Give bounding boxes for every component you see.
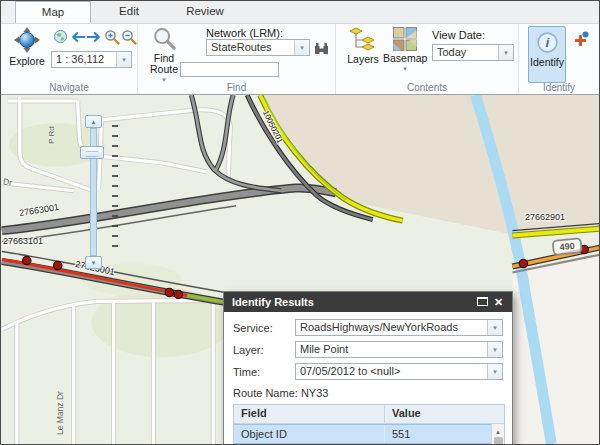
zoom-out-icon bbox=[121, 29, 137, 45]
explore-label: Explore bbox=[4, 56, 50, 67]
slider-zoom-in-button[interactable] bbox=[85, 115, 102, 128]
basemap-label: Basemap bbox=[383, 53, 427, 64]
dropdown-arrow-icon[interactable] bbox=[487, 320, 502, 335]
street-label-le-manz-dr: Le Manz Dr bbox=[55, 391, 65, 435]
scale-combobox[interactable]: 1 : 36,112 bbox=[51, 51, 132, 68]
fixed-zoom-out-button[interactable] bbox=[120, 28, 137, 45]
layer-value: Mile Point bbox=[296, 342, 487, 357]
app-window: Map Edit Review Explore bbox=[0, 0, 600, 445]
column-header-field[interactable]: Field bbox=[234, 405, 384, 423]
time-label: Time: bbox=[233, 366, 295, 378]
dialog-body: Service: RoadsHighways/NewYorkRoads Laye… bbox=[224, 312, 512, 444]
layer-label: Layer: bbox=[233, 344, 295, 356]
attribute-table: Field Value Object ID 551 From Date 7/5/… bbox=[233, 404, 505, 444]
group-label-contents: Contents bbox=[336, 82, 518, 93]
service-value: RoadsHighways/NewYorkRoads bbox=[296, 320, 487, 335]
tab-map[interactable]: Map bbox=[15, 1, 91, 23]
table-row[interactable]: Object ID 551 bbox=[234, 424, 504, 444]
route-label-27662901: 27662901 bbox=[525, 212, 565, 222]
slider-handle[interactable] bbox=[80, 146, 104, 159]
table-scrollbar[interactable] bbox=[491, 424, 504, 444]
identify-button-label: Identify bbox=[529, 56, 565, 68]
dropdown-arrow-icon[interactable] bbox=[116, 52, 131, 67]
layer-combobox[interactable]: Mile Point bbox=[295, 341, 503, 358]
route-shield: 490 bbox=[553, 238, 582, 255]
svg-text:490: 490 bbox=[559, 241, 575, 253]
slider-zoom-out-button[interactable] bbox=[85, 256, 102, 269]
dialog-title: Identify Results bbox=[232, 292, 477, 312]
dropdown-arrow-icon[interactable] bbox=[487, 342, 502, 357]
basemap-tiles-icon bbox=[393, 27, 417, 51]
group-label-identify: Identify bbox=[519, 82, 599, 93]
column-header-value[interactable]: Value bbox=[384, 405, 491, 423]
group-label-navigate: Navigate bbox=[1, 82, 137, 93]
svg-text:i: i bbox=[545, 35, 549, 50]
time-combobox[interactable]: 07/05/2012 to <null> bbox=[295, 363, 503, 380]
close-icon[interactable] bbox=[494, 292, 506, 312]
time-value: 07/05/2012 to <null> bbox=[296, 364, 487, 379]
ribbon-tab-strip: Map Edit Review bbox=[1, 1, 599, 24]
binoculars-search-button[interactable] bbox=[313, 39, 330, 56]
previous-extent-button[interactable] bbox=[69, 28, 86, 45]
dropdown-arrow-icon[interactable] bbox=[487, 364, 502, 379]
ribbon-group-contents: Layers Basemap View Date: Today bbox=[336, 24, 519, 94]
dropdown-arrow-icon[interactable] bbox=[498, 45, 513, 60]
binoculars-icon bbox=[313, 41, 330, 55]
identify-button[interactable]: i Identify bbox=[528, 26, 566, 83]
layers-label: Layers bbox=[344, 54, 382, 65]
identify-results-dialog: Identify Results Service: RoadsHighways/… bbox=[223, 291, 513, 444]
route-name-row: Route Name: NY33 bbox=[233, 385, 503, 404]
explore-compass-icon bbox=[14, 27, 40, 54]
layers-toc-icon bbox=[350, 27, 376, 52]
street-label-dr: Dr bbox=[2, 176, 12, 187]
route-label-27663101: 27663101 bbox=[3, 236, 43, 246]
zoom-in-icon bbox=[104, 29, 120, 45]
globe-icon bbox=[53, 29, 68, 44]
map-canvas[interactable]: 490 27663001 27663101 27125001 27662901 … bbox=[1, 95, 599, 444]
service-label: Service: bbox=[233, 322, 295, 334]
dropdown-arrow-icon[interactable] bbox=[294, 40, 309, 55]
ribbon: Explore bbox=[1, 24, 599, 95]
layers-button[interactable]: Layers bbox=[344, 27, 382, 65]
fixed-zoom-in-button[interactable] bbox=[103, 28, 120, 45]
magnifier-icon bbox=[152, 26, 177, 51]
street-label-p-rd: P Rd bbox=[47, 126, 56, 144]
network-value: StateRoutes bbox=[207, 40, 294, 55]
explore-button[interactable]: Explore bbox=[4, 27, 50, 67]
tab-review[interactable]: Review bbox=[167, 1, 243, 23]
scroll-up-icon[interactable] bbox=[492, 424, 504, 435]
scale-value: 1 : 36,112 bbox=[52, 52, 116, 67]
identify-info-icon: i bbox=[536, 31, 559, 54]
route-search-input[interactable] bbox=[180, 62, 279, 77]
group-label-find: Find bbox=[138, 82, 335, 93]
network-combobox[interactable]: StateRoutes bbox=[206, 39, 310, 56]
identify-route-locations-button[interactable] bbox=[572, 30, 589, 47]
next-extent-button[interactable] bbox=[86, 28, 103, 45]
service-combobox[interactable]: RoadsHighways/NewYorkRoads bbox=[295, 319, 503, 336]
ribbon-group-navigate: Explore bbox=[1, 24, 138, 94]
navigate-icon-row bbox=[52, 28, 137, 45]
view-date-label: View Date: bbox=[432, 29, 485, 41]
full-extent-button[interactable] bbox=[52, 28, 69, 45]
ribbon-group-identify: i Identify Identify bbox=[519, 24, 599, 94]
maximize-icon[interactable] bbox=[477, 297, 488, 306]
scrollbar-thumb[interactable] bbox=[494, 437, 503, 444]
route-name-value: NY33 bbox=[301, 387, 329, 399]
arrow-right-icon bbox=[86, 30, 103, 44]
table-header-row: Field Value bbox=[234, 405, 504, 424]
basemap-button[interactable]: Basemap bbox=[383, 27, 427, 75]
basemap-dropdown-icon[interactable] bbox=[400, 65, 410, 73]
find-route-button[interactable]: Find Route bbox=[141, 26, 187, 86]
view-date-value: Today bbox=[433, 45, 498, 60]
arrow-left-icon bbox=[69, 30, 86, 44]
view-date-combobox[interactable]: Today bbox=[432, 44, 514, 61]
network-lrm-label: Network (LRM): bbox=[206, 27, 283, 39]
dialog-title-bar[interactable]: Identify Results bbox=[224, 292, 512, 312]
plus-info-icon bbox=[573, 31, 589, 47]
ribbon-group-find: Find Route Network (LRM): StateRoutes Fi… bbox=[138, 24, 336, 94]
route-name-label: Route Name: bbox=[233, 387, 298, 399]
tab-edit[interactable]: Edit bbox=[91, 1, 167, 23]
slider-tick-marks bbox=[112, 125, 118, 255]
